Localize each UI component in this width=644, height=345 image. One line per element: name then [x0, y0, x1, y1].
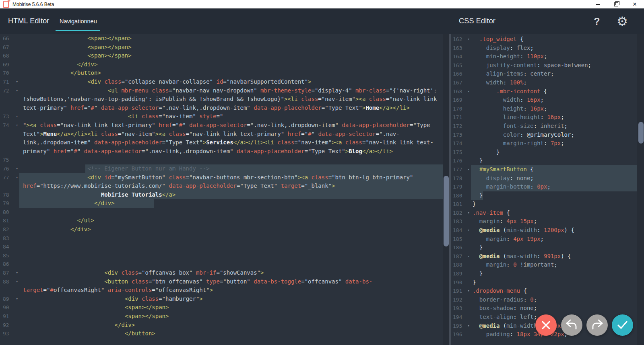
- code-text[interactable]: <li class="nav-item" style=": [19, 112, 443, 121]
- fold-arrow-icon[interactable]: ▾: [16, 121, 18, 130]
- css-scrollbar-track[interactable]: [637, 34, 644, 345]
- code-line[interactable]: 186 }: [451, 243, 637, 252]
- code-line[interactable]: 189 }: [451, 269, 637, 278]
- fold-arrow-icon[interactable]: ▾: [468, 209, 470, 218]
- code-text[interactable]: }: [471, 278, 637, 287]
- code-text[interactable]: font-size: inherit;: [471, 122, 637, 131]
- code-line[interactable]: 190}: [451, 278, 637, 287]
- code-text[interactable]: display: flex;: [471, 44, 637, 53]
- fold-arrow-icon[interactable]: ▾: [16, 112, 18, 121]
- code-line[interactable]: 90 <span></span>: [0, 303, 443, 312]
- code-text[interactable]: line-height: 16px;: [471, 113, 637, 122]
- code-line[interactable]: 187▾ @media (max-width: 991px) {: [451, 252, 637, 261]
- fold-arrow-icon[interactable]: ▾: [16, 164, 18, 173]
- code-text[interactable]: </div>: [19, 60, 443, 69]
- code-line[interactable]: 164 min-height: 110px;: [451, 52, 637, 61]
- code-line[interactable]: 193 box-shadow: none;: [451, 304, 637, 313]
- code-line[interactable]: 163 display: flex;: [451, 44, 637, 53]
- fold-arrow-icon[interactable]: ▾: [468, 252, 470, 261]
- code-line[interactable]: 184▾ @media (min-width: 1200px) {: [451, 226, 637, 235]
- fold-arrow-icon[interactable]: ▾: [16, 269, 18, 277]
- code-line[interactable]: 86: [0, 260, 443, 269]
- code-line[interactable]: 66 <span></span>: [0, 34, 443, 43]
- code-text[interactable]: [19, 234, 443, 243]
- code-text[interactable]: #mySmartButton {: [471, 165, 637, 174]
- code-line[interactable]: 93 </button>: [0, 329, 443, 338]
- html-scrollbar-track[interactable]: [443, 34, 450, 345]
- code-line[interactable]: 77▾ <div id="mySmartButton" class="navba…: [0, 173, 443, 191]
- code-line[interactable]: 179 margin-bottom: 0px;: [451, 183, 637, 191]
- code-line[interactable]: 171 line-height: 16px;: [451, 113, 637, 122]
- code-line[interactable]: 79 </div>: [0, 199, 443, 208]
- cancel-button[interactable]: [535, 314, 557, 336]
- code-text[interactable]: </button>: [19, 329, 443, 338]
- minimize-button[interactable]: [588, 0, 607, 8]
- code-line[interactable]: 80: [0, 208, 443, 217]
- code-line[interactable]: 188 margin: 0 !important;: [451, 261, 637, 269]
- code-text[interactable]: [19, 260, 443, 269]
- code-line[interactable]: 174 margin-right: 7px;: [451, 139, 637, 148]
- code-text[interactable]: box-shadow: none;: [471, 304, 637, 313]
- code-text[interactable]: </div>: [19, 321, 443, 330]
- code-text[interactable]: .nav-item {: [471, 209, 637, 218]
- code-line[interactable]: 73▾ <li class="nav-item" style=": [0, 112, 443, 121]
- code-line[interactable]: 83: [0, 234, 443, 243]
- code-line[interactable]: 192 border-radius: 0;: [451, 296, 637, 304]
- settings-gear-icon[interactable]: ⚙: [614, 9, 630, 34]
- code-text[interactable]: width: 100%;: [471, 78, 637, 87]
- undo-button[interactable]: [561, 314, 582, 336]
- code-line[interactable]: 180 }: [451, 191, 637, 200]
- code-text[interactable]: <span></span>: [19, 51, 443, 60]
- code-line[interactable]: 183 margin: 4px 15px;: [451, 217, 637, 226]
- fold-arrow-icon[interactable]: ▾: [468, 287, 470, 296]
- code-text[interactable]: border-radius: 0;: [471, 296, 637, 304]
- fold-arrow-icon[interactable]: ▾: [16, 86, 18, 95]
- code-text[interactable]: </ul>: [19, 216, 443, 225]
- tab-navigationneu[interactable]: Navigationneu: [60, 18, 97, 25]
- code-text[interactable]: [19, 208, 443, 217]
- code-line[interactable]: 69 </div>: [0, 60, 443, 69]
- code-line[interactable]: 87▾ <div class="offcanvas_box" mbr-if="s…: [0, 269, 443, 277]
- code-text[interactable]: <div class="offcanvas_box" mbr-if="showC…: [19, 269, 443, 277]
- code-text[interactable]: <span></span>: [19, 43, 443, 52]
- code-text[interactable]: <!-- Eigener Button nur am Handy -->: [19, 164, 443, 173]
- code-text[interactable]: display: none;: [471, 174, 637, 183]
- css-scrollbar-thumb[interactable]: [638, 122, 644, 144]
- code-line[interactable]: 81 </ul>: [0, 216, 443, 225]
- code-text[interactable]: .top_widget {: [471, 35, 637, 44]
- code-text[interactable]: <span></span>: [19, 303, 443, 312]
- code-text[interactable]: </div>: [19, 225, 443, 234]
- code-text[interactable]: justify-content: space-between;: [471, 61, 637, 70]
- code-line[interactable]: 67 <span></span>: [0, 43, 443, 52]
- code-text[interactable]: height: 16px;: [471, 105, 637, 113]
- code-text[interactable]: .dropdown-menu {: [471, 287, 637, 296]
- code-text[interactable]: <ul mbr-menu class="navbar-nav nav-dropd…: [19, 86, 443, 113]
- help-icon[interactable]: ?: [590, 9, 604, 34]
- code-text[interactable]: }: [471, 200, 637, 209]
- code-line[interactable]: 68 <span></span>: [0, 51, 443, 60]
- code-text[interactable]: width: 16px;: [471, 96, 637, 105]
- code-text[interactable]: }: [471, 148, 637, 157]
- code-line[interactable]: 177▾ #mySmartButton {: [451, 165, 637, 174]
- fold-arrow-icon[interactable]: ▾: [468, 87, 470, 96]
- code-line[interactable]: 175 }: [451, 148, 637, 157]
- code-line[interactable]: 84: [0, 242, 443, 251]
- code-line[interactable]: 173 color: @primaryColor;: [451, 131, 637, 140]
- code-text[interactable]: "><a class="nav-link link text-primary" …: [19, 121, 443, 156]
- code-text[interactable]: align-items: center;: [471, 70, 637, 78]
- code-line[interactable]: 76▾ <!-- Eigener Button nur am Handy -->: [0, 164, 443, 173]
- code-line[interactable]: 170 height: 16px;: [451, 105, 637, 113]
- html-scrollbar-thumb[interactable]: [444, 176, 449, 246]
- code-line[interactable]: 172 font-size: inherit;: [451, 122, 637, 131]
- code-line[interactable]: 74▾"><a class="nav-link link text-primar…: [0, 121, 443, 156]
- code-line[interactable]: 91 <span></span>: [0, 312, 443, 321]
- code-text[interactable]: min-height: 110px;: [471, 52, 637, 61]
- fold-arrow-icon[interactable]: ▾: [468, 165, 470, 174]
- code-text[interactable]: margin-right: 7px;: [471, 139, 637, 148]
- code-text[interactable]: }: [471, 191, 637, 200]
- code-line[interactable]: 70 </button>: [0, 69, 443, 78]
- restore-button[interactable]: [607, 0, 625, 8]
- code-line[interactable]: 185 margin: 4px 19px;: [451, 235, 637, 244]
- code-line[interactable]: 82 </div>: [0, 225, 443, 234]
- code-line[interactable]: 181}: [451, 200, 637, 209]
